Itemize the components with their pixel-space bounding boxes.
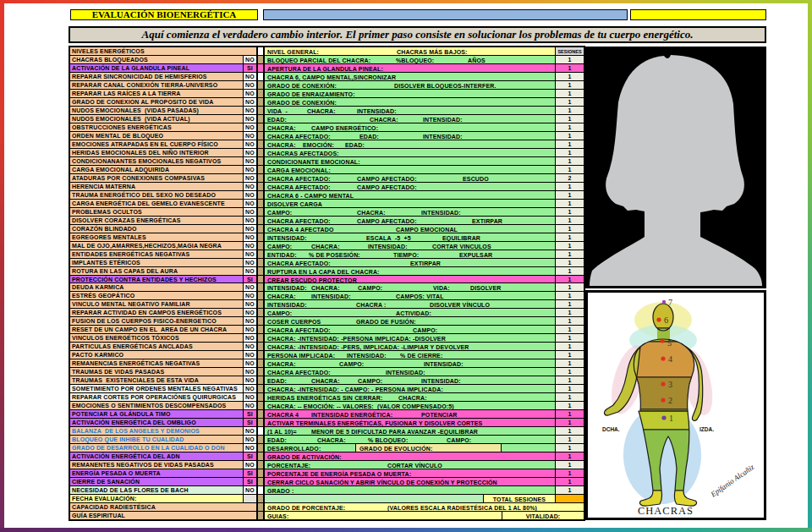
svg-text:CHACRAS: CHACRAS [638, 505, 694, 517]
svg-text:5: 5 [667, 338, 672, 348]
svg-text:1: 1 [669, 414, 673, 423]
svg-text:4: 4 [668, 354, 672, 364]
svg-text:2: 2 [668, 396, 672, 405]
svg-text:IZDA.: IZDA. [700, 426, 714, 432]
svg-text:6: 6 [664, 315, 668, 325]
svg-text:3: 3 [668, 380, 672, 389]
svg-text:7: 7 [668, 298, 672, 307]
svg-text:DCHA.: DCHA. [602, 426, 620, 432]
